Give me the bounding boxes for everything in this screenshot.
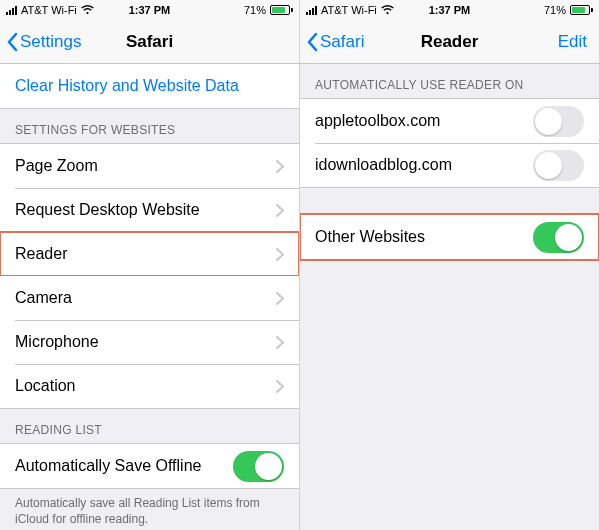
page-zoom-label: Page Zoom xyxy=(15,157,276,175)
microphone-label: Microphone xyxy=(15,333,276,351)
page-zoom-row[interactable]: Page Zoom xyxy=(0,144,299,188)
camera-row[interactable]: Camera xyxy=(0,276,299,320)
back-button[interactable]: Safari xyxy=(306,20,364,63)
chevron-right-icon xyxy=(276,336,284,349)
site-row-idownloadblog[interactable]: idownloadblog.com xyxy=(300,143,599,187)
nav-title: Safari xyxy=(126,32,173,52)
settings-for-websites-header: SETTINGS FOR WEBSITES xyxy=(0,109,299,143)
clock-label: 1:37 PM xyxy=(0,4,299,16)
nav-bar: Settings Safari xyxy=(0,20,299,64)
edit-label: Edit xyxy=(558,32,587,52)
chevron-left-icon xyxy=(306,32,318,52)
chevron-right-icon xyxy=(276,292,284,305)
site-switch-appletoolbox[interactable] xyxy=(533,106,584,137)
site-switch-idownloadblog[interactable] xyxy=(533,150,584,181)
status-bar: AT&T Wi-Fi 1:37 PM 71% xyxy=(300,0,599,20)
reader-row[interactable]: Reader xyxy=(0,232,299,276)
battery-icon xyxy=(270,5,293,15)
auto-save-offline-switch[interactable] xyxy=(233,451,284,482)
clock-label: 1:37 PM xyxy=(300,4,599,16)
safari-settings-screen: AT&T Wi-Fi 1:37 PM 71% Settings Safari C… xyxy=(0,0,300,530)
other-websites-highlight: Other Websites xyxy=(300,214,599,260)
chevron-right-icon xyxy=(276,160,284,173)
auto-save-offline-row[interactable]: Automatically Save Offline xyxy=(0,444,299,488)
back-label: Safari xyxy=(320,32,364,52)
chevron-right-icon xyxy=(276,380,284,393)
chevron-right-icon xyxy=(276,248,284,261)
reader-row-highlight: Reader xyxy=(0,232,299,276)
auto-save-footer: Automatically save all Reading List item… xyxy=(0,489,299,530)
auto-save-offline-label: Automatically Save Offline xyxy=(15,457,233,475)
edit-button[interactable]: Edit xyxy=(558,20,587,63)
other-websites-label: Other Websites xyxy=(315,228,533,246)
microphone-row[interactable]: Microphone xyxy=(0,320,299,364)
status-bar: AT&T Wi-Fi 1:37 PM 71% xyxy=(0,0,299,20)
request-desktop-row[interactable]: Request Desktop Website xyxy=(0,188,299,232)
nav-title: Reader xyxy=(421,32,479,52)
clear-history-row[interactable]: Clear History and Website Data xyxy=(0,64,299,108)
camera-label: Camera xyxy=(15,289,276,307)
content: AUTOMATICALLY USE READER ON appletoolbox… xyxy=(300,64,599,260)
chevron-right-icon xyxy=(276,204,284,217)
nav-bar: Safari Reader Edit xyxy=(300,20,599,64)
other-websites-row[interactable]: Other Websites xyxy=(300,215,599,259)
chevron-left-icon xyxy=(6,32,18,52)
location-row[interactable]: Location xyxy=(0,364,299,408)
other-websites-switch[interactable] xyxy=(533,222,584,253)
site-label: appletoolbox.com xyxy=(315,112,533,130)
reading-list-header: READING LIST xyxy=(0,409,299,443)
back-button[interactable]: Settings xyxy=(6,20,81,63)
reader-settings-screen: AT&T Wi-Fi 1:37 PM 71% Safari Reader Edi… xyxy=(300,0,600,530)
site-row-appletoolbox[interactable]: appletoolbox.com xyxy=(300,99,599,143)
request-desktop-label: Request Desktop Website xyxy=(15,201,276,219)
auto-reader-header: AUTOMATICALLY USE READER ON xyxy=(300,64,599,98)
clear-history-label: Clear History and Website Data xyxy=(15,77,284,95)
battery-icon xyxy=(570,5,593,15)
site-label: idownloadblog.com xyxy=(315,156,533,174)
back-label: Settings xyxy=(20,32,81,52)
location-label: Location xyxy=(15,377,276,395)
content: Clear History and Website Data SETTINGS … xyxy=(0,64,299,530)
reader-label: Reader xyxy=(15,245,276,263)
